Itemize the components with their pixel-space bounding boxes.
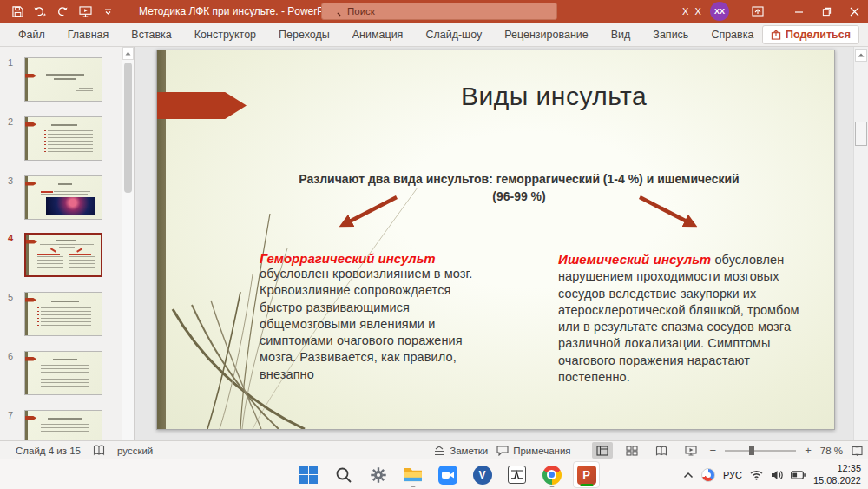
language-indicator[interactable]: русский bbox=[117, 446, 153, 456]
thumbnail-number: 5 bbox=[8, 292, 13, 302]
maximize-button[interactable] bbox=[812, 0, 840, 23]
tab-insert[interactable]: Вставка bbox=[120, 23, 182, 47]
scroll-up-icon bbox=[125, 51, 131, 56]
scroll-up-button[interactable] bbox=[855, 49, 867, 62]
tab-home[interactable]: Главная bbox=[56, 23, 121, 47]
zoom-slider-thumb[interactable] bbox=[749, 446, 754, 455]
zoom-slider[interactable] bbox=[725, 450, 796, 452]
tab-view[interactable]: Вид bbox=[600, 23, 642, 47]
redo-button[interactable] bbox=[54, 3, 71, 20]
customize-toolbar-button[interactable] bbox=[99, 3, 116, 20]
ribbon-display-options-button[interactable] bbox=[745, 0, 771, 23]
document-title: Методика ЛФК при инсульте. - PowerPoint bbox=[139, 0, 341, 23]
tab-animations[interactable]: Анимация bbox=[341, 23, 415, 47]
spellcheck-icon[interactable] bbox=[93, 445, 105, 456]
windows-logo-icon bbox=[299, 466, 319, 485]
chrome-icon bbox=[542, 466, 562, 485]
search-placeholder: Поиск bbox=[347, 6, 375, 17]
scroll-up-button[interactable] bbox=[122, 47, 134, 60]
start-slideshow-button[interactable] bbox=[76, 3, 94, 20]
active-app-indicator bbox=[580, 484, 593, 486]
slide-thumbnail-5[interactable]: 5 bbox=[0, 292, 135, 342]
zoom-app-button[interactable] bbox=[434, 461, 461, 488]
view-slideshow-button[interactable] bbox=[681, 442, 701, 459]
maximize-icon bbox=[822, 7, 832, 17]
tab-slideshow[interactable]: Слайд-шоу bbox=[414, 23, 493, 47]
slide-title[interactable]: Виды инсульта bbox=[287, 82, 820, 111]
tray-app-icon[interactable] bbox=[701, 468, 715, 482]
hemorrhagic-text-block[interactable]: Геморрагический инсульт обусловлен крово… bbox=[260, 251, 492, 383]
slide-canvas[interactable]: Виды инсульта Различают два вида инсульт… bbox=[156, 50, 835, 430]
slide-counter[interactable]: Слайд 4 из 15 bbox=[16, 446, 81, 456]
zoom-out-button[interactable]: − bbox=[710, 444, 717, 457]
comments-icon bbox=[496, 446, 509, 456]
tab-review[interactable]: Рецензирование bbox=[493, 23, 600, 47]
slide-thumbnail-2[interactable]: 2 bbox=[0, 116, 135, 167]
tab-transitions[interactable]: Переходы bbox=[267, 23, 341, 47]
zoom-level[interactable]: 78 % bbox=[820, 446, 843, 456]
view-slide-sorter-button[interactable] bbox=[621, 442, 642, 459]
file-explorer-button[interactable] bbox=[399, 461, 426, 488]
view-reading-button[interactable] bbox=[651, 442, 672, 459]
notes-button[interactable]: Заметки bbox=[433, 446, 488, 456]
zoom-app-icon bbox=[438, 466, 457, 485]
slide-editor-workspace: Виды инсульта Различают два вида инсульт… bbox=[135, 47, 853, 440]
quick-access-toolbar bbox=[0, 3, 116, 20]
status-bar: Слайд 4 из 15 русский Заметки Примечания bbox=[0, 440, 868, 459]
arrow-down-right bbox=[635, 194, 709, 235]
view-normal-button[interactable] bbox=[592, 442, 613, 459]
powerpoint-button[interactable]: P bbox=[573, 461, 600, 488]
thumbnail-number: 6 bbox=[8, 351, 13, 361]
slide-thumbnail-4-current[interactable]: 4 bbox=[0, 233, 135, 283]
graph-app-button[interactable] bbox=[503, 461, 530, 488]
ribbon-tabs: Файл Главная Вставка Конструктор Переход… bbox=[0, 23, 765, 47]
scrollbar-thumb[interactable] bbox=[855, 122, 867, 146]
slide-thumbnail-7[interactable]: 7 bbox=[0, 410, 135, 440]
running-indicator bbox=[549, 486, 554, 488]
comments-button[interactable]: Примечания bbox=[496, 446, 570, 456]
minimize-button[interactable] bbox=[785, 0, 812, 23]
chrome-button[interactable] bbox=[538, 461, 565, 488]
save-button[interactable] bbox=[9, 3, 26, 20]
thumbnail-panel-scrollbar[interactable] bbox=[122, 47, 134, 440]
slideshow-icon bbox=[79, 6, 92, 17]
input-language[interactable]: РУС bbox=[723, 470, 742, 480]
slide-thumbnail-3[interactable]: 3 bbox=[0, 175, 135, 226]
close-icon bbox=[850, 7, 859, 17]
thumbnail-number: 1 bbox=[8, 57, 13, 68]
v-app-button[interactable]: V bbox=[469, 461, 496, 488]
ischemic-text-block[interactable]: Ишемический инсульт обусловлен нарушение… bbox=[558, 251, 803, 386]
battery-icon[interactable] bbox=[791, 471, 806, 479]
running-indicator bbox=[411, 486, 415, 488]
slide-thumbnail-6[interactable]: 6 bbox=[0, 351, 135, 401]
tray-chevron-up-icon[interactable] bbox=[683, 472, 694, 479]
slide-thumbnail-1[interactable]: 1 bbox=[0, 57, 135, 108]
settings-button[interactable] bbox=[365, 461, 391, 488]
thumbnail-preview bbox=[24, 351, 102, 395]
tab-design[interactable]: Конструктор bbox=[183, 23, 267, 47]
taskbar-clock[interactable]: 12:35 15.08.2022 bbox=[813, 463, 861, 487]
scrollbar-thumb[interactable] bbox=[124, 63, 132, 193]
ribbon-display-icon bbox=[752, 6, 764, 17]
notes-label: Заметки bbox=[450, 446, 488, 456]
tab-record[interactable]: Запись bbox=[641, 23, 700, 47]
share-label: Поделиться bbox=[786, 29, 851, 41]
arrow-down-left bbox=[331, 194, 402, 235]
zoom-in-button[interactable]: + bbox=[805, 444, 812, 457]
account-avatar[interactable]: XX bbox=[710, 2, 729, 21]
thumbnail-number: 7 bbox=[8, 410, 13, 420]
undo-button[interactable] bbox=[31, 3, 49, 20]
v-app-icon: V bbox=[473, 466, 492, 485]
tab-file[interactable]: Файл bbox=[7, 23, 56, 47]
share-button[interactable]: Поделиться bbox=[762, 25, 859, 44]
start-button[interactable] bbox=[295, 461, 322, 488]
taskbar-search-button[interactable] bbox=[330, 461, 357, 488]
wifi-icon[interactable] bbox=[750, 470, 763, 480]
search-box[interactable]: Поиск bbox=[321, 3, 557, 20]
thumbnail-preview bbox=[24, 233, 102, 277]
volume-icon[interactable] bbox=[771, 470, 783, 480]
tab-help[interactable]: Справка bbox=[700, 23, 765, 47]
close-button[interactable] bbox=[840, 0, 868, 23]
editor-scrollbar[interactable] bbox=[853, 47, 868, 440]
fit-slide-icon[interactable] bbox=[852, 446, 863, 456]
